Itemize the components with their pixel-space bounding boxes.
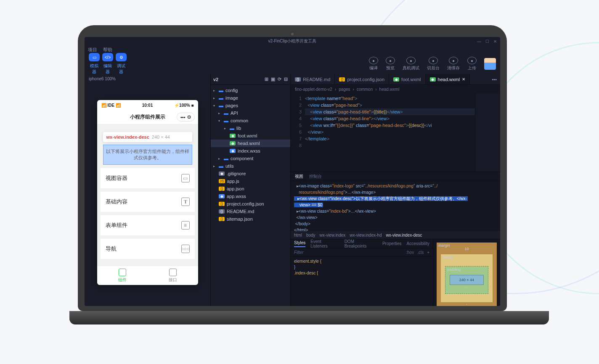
debugger-toggle[interactable]: ⚙ [116, 53, 127, 61]
file-node[interactable]: {}app.json [211, 185, 290, 193]
code-editor[interactable]: 12345678 <template name="head"> <view cl… [291, 93, 500, 171]
crumb-item[interactable]: wx-view.index-hd [350, 233, 382, 237]
editor-toggle[interactable]: </> [102, 53, 113, 61]
status-signal: 📶 IDE 📶 [101, 103, 121, 108]
styles-tab[interactable]: DOM Breakpoints [345, 239, 377, 248]
editor-tab[interactable]: ◆foot.wxml [389, 74, 425, 84]
file-node[interactable]: ◆app.wxss [211, 193, 290, 200]
file-node[interactable]: ◆.gitignore [211, 170, 290, 177]
toolbar-action[interactable]: ●上传 [467, 57, 477, 71]
file-node[interactable]: ◆foot.wxml [211, 132, 290, 140]
component-card[interactable]: 基础内容𝐓 [101, 192, 195, 212]
devtools-tab[interactable]: 控制台 [309, 174, 322, 179]
new-file-icon[interactable]: ⊞ [265, 76, 268, 82]
component-card[interactable]: 导航○○○ [101, 239, 195, 259]
simulator-toggle[interactable]: ▭ [89, 53, 100, 61]
toolbar-action[interactable]: ●真机调试 [403, 57, 419, 71]
tabbar-item[interactable]: 接口 [148, 266, 198, 285]
toolbar-action[interactable]: ●预览 [386, 57, 395, 71]
page-title: 小程序组件展示 [130, 113, 165, 121]
elements-tree[interactable]: ▸<wx-image class="index-logo" src="../re… [291, 181, 500, 231]
crumb-item[interactable]: body [306, 233, 315, 237]
toolbar-action[interactable]: ●清缓存 [447, 57, 460, 71]
styles-filter-input[interactable]: Filter [294, 250, 303, 255]
folder-node[interactable]: ▸▬API [211, 109, 290, 117]
folder-node[interactable]: ▾▬common [211, 117, 290, 124]
folder-node[interactable]: ▾▬pages [211, 102, 290, 109]
avatar[interactable] [484, 58, 496, 70]
maximize-icon[interactable]: ☐ [485, 39, 489, 44]
file-node[interactable]: JSapp.js [211, 177, 290, 185]
component-card[interactable]: 表单组件≡ [101, 215, 195, 235]
crumb-item[interactable]: html [294, 233, 302, 237]
menu-item[interactable]: 帮助 [103, 47, 112, 53]
devtools-tab[interactable]: 视图 [295, 174, 303, 179]
folder-node[interactable]: ▸▬config [211, 87, 290, 94]
styles-filter-action[interactable]: :hov [406, 250, 414, 255]
elements-breadcrumb: htmlbodywx-view.indexwx-view.index-hdwx-… [291, 231, 500, 239]
editor-tab[interactable]: {}README.md [291, 74, 335, 84]
simulator-panel: iphone6 100% 📶 IDE 📶 10:01 ⚡100% ■ 小程序组件… [85, 74, 211, 306]
refresh-icon[interactable]: ⟳ [278, 76, 281, 82]
devtools-panel: 视图控制台 ▸<wx-image class="index-logo" src=… [291, 171, 500, 306]
toolbar-action[interactable]: ●编译 [369, 57, 378, 71]
folder-node[interactable]: ▸▬component [211, 155, 290, 162]
styles-tab[interactable]: Accessibility [407, 241, 429, 246]
phone-preview: 📶 IDE 📶 10:01 ⚡100% ■ 小程序组件展示 ••• ⊙ w [97, 100, 198, 285]
file-node[interactable]: ◆head.wxml [211, 140, 290, 147]
menu-item[interactable]: 项目 [88, 47, 97, 53]
folder-node[interactable]: ▸▬utils [211, 162, 290, 170]
new-folder-icon[interactable]: ▣ [271, 76, 275, 82]
menubar: 项目帮助 [85, 45, 500, 54]
crumb-item[interactable]: wx-view.index-desc [386, 233, 422, 237]
crumb-item[interactable]: wx-view.index [320, 233, 346, 237]
window-title: v2-FinClip小程序开发工具 [268, 38, 316, 44]
inspected-element[interactable]: 以下将展示小程序官方组件能力，组件样式仅供参考。 [103, 145, 192, 165]
file-node[interactable]: {}README.md [211, 208, 290, 215]
capsule-menu-icon[interactable]: ••• [180, 115, 186, 120]
status-time: 10:01 [142, 103, 153, 108]
tooltip-selector: wx-view.index-desc [106, 135, 149, 140]
styles-rules[interactable]: element.style {}.index-desc {</span></di… [291, 257, 433, 306]
close-icon[interactable]: ✕ [493, 39, 497, 44]
styles-filter-action[interactable]: .cls [417, 250, 424, 255]
editor-tab[interactable]: ◆head.wxml✕ [426, 74, 470, 84]
file-node[interactable]: {}project.config.json [211, 200, 290, 208]
folder-node[interactable]: ▸▬image [211, 94, 290, 102]
editor-tab[interactable]: {}project.config.json [335, 74, 389, 84]
box-model: margin 10 border - padding - 240 × 44 - [433, 239, 500, 306]
styles-tab[interactable]: Event Listeners [310, 239, 339, 248]
editor-more-icon[interactable]: ••• [488, 77, 500, 82]
file-node[interactable]: ◆index.wxss [211, 147, 290, 155]
minimize-icon[interactable]: — [477, 39, 481, 44]
ide-window: v2-FinClip小程序开发工具 — ☐ ✕ 项目帮助 ▭ </> ⚙ 模拟器… [85, 37, 500, 306]
capsule-close-icon[interactable]: ⊙ [187, 114, 191, 120]
breadcrumb: fino-applet-demo-v2›pages›common›head.wx… [291, 85, 500, 93]
styles-tab[interactable]: Styles [294, 240, 305, 247]
editor-panel: {}README.md{}project.config.json◆foot.wx… [291, 74, 500, 306]
laptop-mockup: v2-FinClip小程序开发工具 — ☐ ✕ 项目帮助 ▭ </> ⚙ 模拟器… [69, 25, 515, 328]
titlebar: v2-FinClip小程序开发工具 — ☐ ✕ [85, 37, 500, 45]
tabbar-item[interactable]: 组件 [97, 266, 148, 285]
toolbar: ▭ </> ⚙ 模拟器编辑器调试器 ●编译●预览●真机调试●切后台●清缓存●上传 [85, 54, 500, 74]
minimap[interactable] [475, 93, 500, 171]
status-battery: ⚡100% ■ [174, 103, 193, 108]
collapse-icon[interactable]: ⊟ [284, 76, 288, 82]
inspector-tooltip: wx-view.index-desc 240 × 44 [103, 132, 192, 142]
file-explorer: v2 ⊞ ▣ ⟳ ⊟ ▸▬config▸▬image▾▬pages▸▬API▾▬… [211, 74, 291, 306]
folder-node[interactable]: ▸▬lib [211, 124, 290, 132]
styles-filter-action[interactable]: + [427, 250, 429, 255]
component-card[interactable]: 视图容器▭ [101, 168, 195, 188]
styles-tab[interactable]: Properties [382, 241, 402, 246]
file-node[interactable]: {}sitemap.json [211, 215, 290, 223]
device-label: iphone6 100% [89, 76, 116, 81]
project-root[interactable]: v2 [213, 77, 218, 82]
toolbar-action[interactable]: ●切后台 [427, 57, 440, 71]
tooltip-dimensions: 240 × 44 [152, 135, 170, 140]
